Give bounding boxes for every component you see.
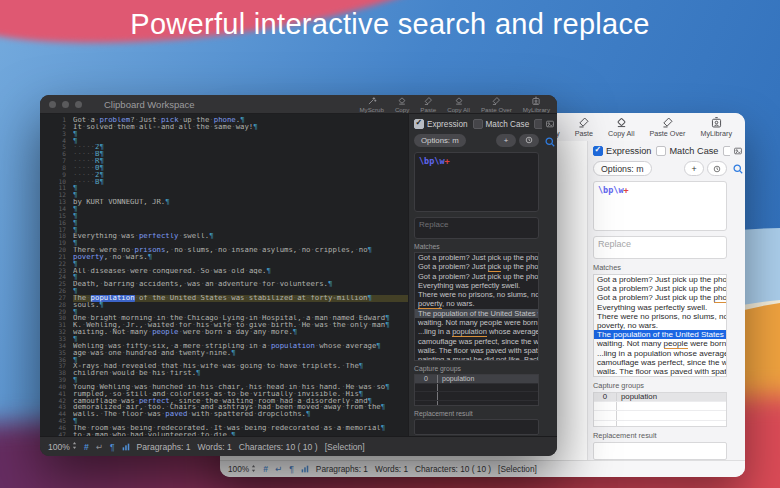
match-row[interactable]: Everything was perfectly swell.: [415, 281, 538, 290]
capture-group-row[interactable]: 0population: [594, 393, 726, 402]
toolbar-item-copy-all[interactable]: Copy All: [608, 116, 634, 138]
pilcrow-mark: ¶: [376, 343, 380, 350]
pilcrow-mark: ¶: [73, 213, 77, 220]
toolbar-item-label: Paste: [575, 129, 593, 138]
history-button[interactable]: [519, 134, 539, 147]
zoom-level[interactable]: 100%: [48, 442, 70, 452]
match-row[interactable]: ...ling in a population whose average: [415, 327, 538, 336]
pilcrow-mark: ¶: [73, 131, 77, 138]
toolbar-item-mylibrary[interactable]: MyLibrary: [700, 116, 732, 138]
pilcrow-icon[interactable]: ¶: [110, 442, 115, 452]
replace-input[interactable]: Replace: [593, 236, 727, 259]
zoom-stepper-icon[interactable]: [72, 441, 77, 452]
pattern-input[interactable]: \bp\w+: [414, 152, 539, 212]
match-row[interactable]: camouflage was perfect, since the waitin…: [594, 358, 726, 367]
line-text: ¶: [73, 309, 408, 316]
expression-checkbox[interactable]: Expression: [414, 119, 468, 129]
match-row[interactable]: poverty, no wars.: [415, 299, 538, 308]
zoom-level[interactable]: 100%: [228, 464, 249, 474]
live-checkbox[interactable]: Live: [534, 119, 542, 129]
add-expression-button[interactable]: +: [496, 134, 516, 147]
match-row[interactable]: Got a problem? Just pick up the phone.: [594, 275, 726, 284]
media-browser-icon[interactable]: [545, 119, 555, 129]
matches-list[interactable]: Got a problem? Just pick up the phone.Go…: [593, 274, 727, 377]
match-row[interactable]: There were no prisons, no slums, no insa…: [594, 312, 726, 321]
editor[interactable]: 1Got·a·problem?·Just·pick·up·the·phone.¶…: [40, 114, 408, 437]
match-row[interactable]: waiting. Not many people were born a day: [594, 339, 726, 348]
expression-label: Expression: [427, 120, 468, 129]
toolbar-item-mylibrary[interactable]: MyLibrary: [523, 96, 550, 113]
match-row[interactable]: painting a mural he did not like. Back i…: [415, 355, 538, 361]
editor-line: 46The·room·was·being·redecorated.·It·was…: [40, 425, 408, 432]
match-row[interactable]: Got a problem? Just pick up the phone.: [594, 284, 726, 293]
expression-checkbox[interactable]: Expression: [593, 146, 651, 156]
toolbar-item-label: MyScrub: [359, 106, 383, 113]
match-row[interactable]: Got a problem? Just pick up the phone.: [415, 253, 538, 262]
media-browser-icon[interactable]: [733, 146, 743, 156]
checkbox-unchecked-icon: [656, 146, 666, 156]
editor-line: 26¶: [40, 288, 408, 295]
hash-icon[interactable]: #: [84, 442, 89, 452]
match-case-checkbox[interactable]: Match Case: [656, 146, 718, 156]
match-case-checkbox[interactable]: Match Case: [473, 119, 530, 129]
editor-line: 15¶: [40, 213, 408, 220]
match-row[interactable]: ...ling in a population whose average: [594, 349, 726, 358]
close-button[interactable]: [49, 101, 56, 108]
matches-list[interactable]: Got a problem? Just pick up the phone.Go…: [414, 252, 539, 361]
toolbar-item-paste-over[interactable]: Paste Over: [649, 116, 685, 138]
match-row[interactable]: walls. The floor was paved with spattere…: [594, 367, 726, 376]
match-row[interactable]: poverty, no wars.: [594, 321, 726, 330]
options-button[interactable]: Options: m: [414, 134, 466, 147]
options-button[interactable]: Options: m: [593, 161, 652, 176]
match-row[interactable]: camouflage was perfect, since the waitin…: [415, 337, 538, 346]
match-row[interactable]: Got a problem? Just pick up the phone.: [415, 272, 538, 281]
toolbar-item-paste[interactable]: Paste: [575, 116, 593, 138]
match-row[interactable]: painting a mural he did not like. Back i…: [594, 376, 726, 377]
minimize-button[interactable]: [62, 101, 69, 108]
match-row[interactable]: Got a problem? Just pick up the phone.: [415, 262, 538, 271]
line-text: walls.·The·floor·was·paved·with·spattere…: [73, 411, 408, 418]
match-row[interactable]: There were no prisons, no slums, no insa…: [415, 290, 538, 299]
line-text: souls.¶: [73, 302, 408, 309]
stats-icon[interactable]: [301, 465, 309, 473]
match-row-selected[interactable]: The population of the United States was …: [594, 330, 726, 339]
add-expression-button[interactable]: +: [684, 161, 704, 176]
zoom-stepper-icon[interactable]: [251, 464, 256, 475]
toolbar-item-paste-over[interactable]: Paste Over: [481, 96, 512, 113]
selection-indicator: [Selection]: [498, 464, 537, 474]
match-row-selected[interactable]: The population of the United States was …: [415, 309, 538, 318]
stats-icon[interactable]: [122, 443, 130, 451]
match-row[interactable]: waiting. Not many people were born a day: [415, 318, 538, 327]
history-button[interactable]: [707, 161, 727, 176]
line-number: 2: [40, 124, 73, 131]
editor-line: 34Wehling·was·fifty-six,·a·mere·striplin…: [40, 343, 408, 350]
return-icon[interactable]: ↵: [96, 442, 103, 452]
search-icon[interactable]: [732, 163, 744, 175]
match-row[interactable]: walls. The floor was paved with spattere…: [415, 346, 538, 355]
capture-group-row[interactable]: 0population: [415, 375, 538, 384]
copy-all-icon: [454, 96, 464, 106]
return-icon[interactable]: ↵: [275, 464, 282, 474]
pattern-input[interactable]: \bp\w+: [593, 181, 727, 231]
pilcrow-icon[interactable]: ¶: [289, 464, 294, 474]
match-row[interactable]: Everything was perfectly swell.: [594, 303, 726, 312]
toolbar-item-paste[interactable]: Paste: [420, 96, 436, 113]
search-icon[interactable]: [544, 136, 556, 148]
editor-line: 2It·solved·them·all--and·all·the·same·wa…: [40, 124, 408, 131]
match-row[interactable]: Got a problem? Just pick up the phone.: [594, 293, 726, 302]
maximize-button[interactable]: [75, 101, 82, 108]
toolbar-item-label: Copy: [395, 106, 409, 113]
toolbar-item-copy-all[interactable]: Copy All: [447, 96, 470, 113]
toolbar-item-myscrub[interactable]: MyScrub: [359, 96, 383, 113]
toolbar-item-label: Copy All: [447, 106, 470, 113]
hash-icon[interactable]: #: [263, 464, 268, 474]
live-checkbox[interactable]: Live: [723, 146, 730, 156]
pilcrow-mark: ¶: [231, 350, 235, 357]
replace-input[interactable]: Replace: [414, 217, 539, 239]
editor-line: 33¶: [40, 336, 408, 343]
line-text: ¶: [73, 206, 408, 213]
library-icon: [531, 96, 541, 106]
pilcrow-mark: ¶: [196, 370, 200, 377]
toolbar-item-copy[interactable]: Copy: [395, 96, 409, 113]
line-text: All·diseases·were·conquered.·So·was·old·…: [73, 268, 408, 275]
